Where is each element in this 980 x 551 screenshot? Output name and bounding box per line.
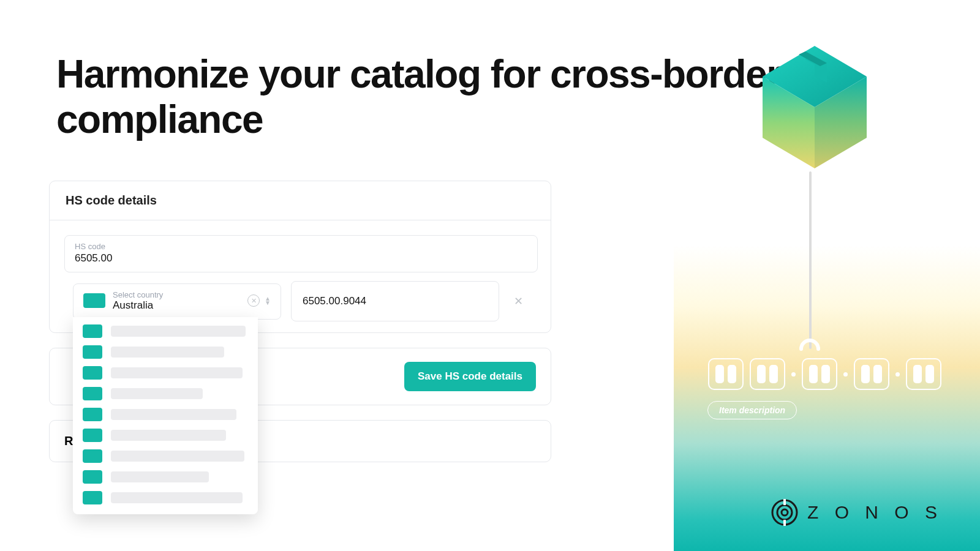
- svg-point-6: [777, 505, 792, 520]
- flag-icon: [83, 449, 102, 463]
- dropdown-option[interactable]: [80, 383, 251, 404]
- card-title: HS code details: [50, 181, 551, 220]
- form-area: HS code details HS code 6505.00 Select c…: [49, 181, 551, 462]
- save-button[interactable]: Save HS code details: [404, 362, 536, 391]
- hs-code-card: HS code details HS code 6505.00 Select c…: [49, 181, 551, 333]
- brand-name: Z O N O S: [807, 502, 943, 523]
- flag-icon: [83, 387, 102, 400]
- dot-separator: [791, 372, 796, 377]
- hs-pair: [906, 358, 941, 390]
- hs-code-graphic: [708, 358, 941, 390]
- dropdown-option[interactable]: [80, 321, 251, 342]
- country-row: Select country Australia ✕ ▲▼ 6505.00.90…: [73, 281, 536, 321]
- option-placeholder: [111, 451, 244, 462]
- svg-rect-8: [783, 499, 786, 505]
- country-value: Australia: [113, 299, 247, 312]
- option-placeholder: [111, 388, 203, 399]
- connector-line: [809, 171, 812, 349]
- flag-icon: [83, 324, 102, 338]
- zonos-mark-icon: [771, 498, 799, 527]
- brand-logo: Z O N O S: [771, 498, 943, 527]
- flag-icon: [83, 366, 102, 380]
- option-placeholder: [111, 409, 236, 420]
- option-placeholder: [111, 326, 246, 337]
- hs-code-value: 6505.00: [75, 252, 527, 264]
- option-placeholder: [111, 492, 243, 503]
- flag-icon: [83, 293, 105, 308]
- dropdown-option[interactable]: [80, 404, 251, 425]
- clear-icon[interactable]: ✕: [247, 294, 260, 307]
- flag-icon: [83, 470, 102, 484]
- item-description-pill: Item description: [707, 401, 797, 419]
- hs-code-input[interactable]: HS code 6505.00: [64, 235, 538, 272]
- remove-row-icon[interactable]: ✕: [509, 290, 528, 313]
- hs-code-label: HS code: [75, 242, 527, 251]
- card-body: HS code 6505.00 Select country Australia…: [50, 220, 551, 332]
- country-select[interactable]: Select country Australia ✕ ▲▼: [73, 283, 281, 320]
- flag-icon: [83, 429, 102, 442]
- extended-code-input[interactable]: 6505.00.9044: [291, 281, 499, 321]
- flag-icon: [83, 491, 102, 504]
- dropdown-option[interactable]: [80, 487, 251, 508]
- option-placeholder: [111, 347, 224, 358]
- package-box-icon: [756, 43, 873, 174]
- country-label: Select country: [113, 290, 247, 299]
- flag-icon: [83, 345, 102, 359]
- country-dropdown: [73, 317, 258, 514]
- dropdown-option[interactable]: [80, 425, 251, 446]
- hs-pair: [708, 358, 744, 390]
- dot-separator: [895, 372, 900, 377]
- hs-pair: [802, 358, 837, 390]
- option-placeholder: [111, 471, 209, 482]
- flag-icon: [83, 408, 102, 421]
- svg-rect-9: [783, 520, 786, 526]
- dropdown-option[interactable]: [80, 446, 251, 467]
- hs-pair: [854, 358, 889, 390]
- option-placeholder: [111, 430, 226, 441]
- svg-point-7: [782, 509, 788, 515]
- illustration-panel: Item description Z O N O S: [674, 0, 980, 551]
- dot-separator: [843, 372, 848, 377]
- dropdown-option[interactable]: [80, 342, 251, 362]
- chevron-updown-icon[interactable]: ▲▼: [265, 297, 271, 305]
- dropdown-option[interactable]: [80, 362, 251, 383]
- dropdown-option[interactable]: [80, 467, 251, 487]
- option-placeholder: [111, 367, 243, 378]
- hs-pair: [750, 358, 785, 390]
